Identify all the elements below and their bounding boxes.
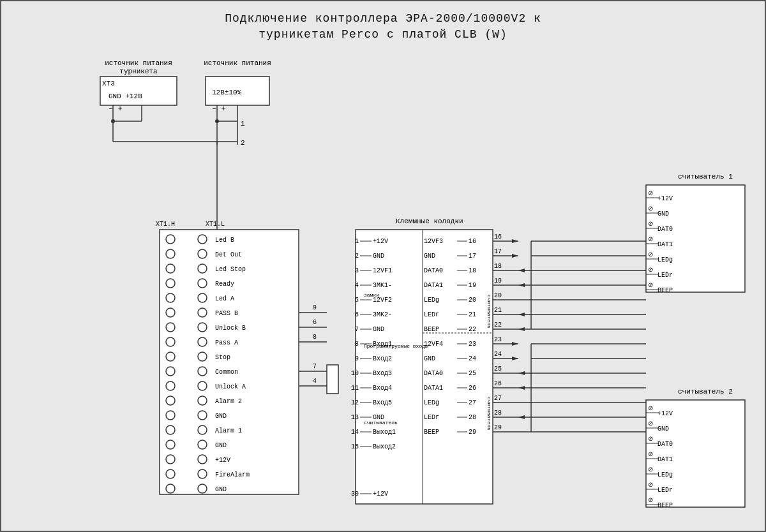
svg-text:считыватель: считыватель	[486, 397, 492, 431]
svg-point-63	[166, 411, 175, 420]
svg-marker-237	[518, 283, 525, 287]
svg-text:26: 26	[469, 385, 476, 392]
svg-point-27	[166, 235, 175, 244]
svg-text:BEEP: BEEP	[424, 326, 439, 333]
svg-text:12В±10%: 12В±10%	[212, 89, 242, 96]
svg-text:6: 6	[355, 311, 359, 318]
svg-text:Вход2: Вход2	[373, 355, 392, 362]
svg-point-60	[166, 396, 175, 405]
svg-text:9: 9	[313, 304, 317, 311]
svg-text:Alarm 1: Alarm 1	[215, 427, 242, 434]
svg-point-75	[166, 469, 175, 478]
svg-text:10: 10	[351, 370, 359, 377]
svg-text:BEEP: BEEP	[657, 287, 673, 294]
svg-text:14: 14	[351, 429, 359, 436]
svg-text:23: 23	[494, 336, 502, 343]
svg-text:16: 16	[494, 233, 502, 240]
svg-text:28: 28	[469, 414, 476, 421]
svg-text:23: 23	[469, 341, 476, 348]
svg-text:27: 27	[494, 395, 502, 402]
svg-text:считыватель 1: считыватель 1	[678, 173, 733, 181]
svg-point-33	[166, 264, 175, 273]
svg-text:GND: GND	[215, 486, 227, 493]
svg-text:⊘: ⊘	[648, 420, 653, 427]
svg-text:12VF2: 12VF2	[373, 297, 392, 304]
svg-point-69	[166, 440, 175, 449]
svg-text:GND  +12В: GND +12В	[109, 92, 142, 100]
svg-text:Det Out: Det Out	[215, 251, 242, 258]
svg-text:LEDr: LEDr	[424, 311, 439, 318]
svg-text:Led Stop: Led Stop	[215, 266, 246, 273]
svg-point-73	[198, 455, 207, 464]
svg-text:XT1.L: XT1.L	[206, 221, 225, 228]
svg-marker-238	[518, 313, 525, 316]
svg-text:LEDg: LEDg	[657, 471, 673, 478]
svg-text:17: 17	[469, 253, 476, 260]
svg-point-66	[166, 425, 175, 434]
main-container: Подключение контроллера ЭРА-2000/10000V2…	[0, 0, 766, 532]
svg-text:29: 29	[469, 429, 476, 436]
svg-point-79	[198, 484, 207, 493]
svg-text:⊘: ⊘	[648, 466, 653, 473]
svg-text:12VF3: 12VF3	[424, 238, 443, 245]
svg-text:20: 20	[494, 292, 502, 299]
svg-text:30: 30	[351, 491, 359, 498]
svg-text:⊘: ⊘	[648, 190, 653, 197]
svg-point-43	[198, 308, 207, 317]
svg-text:15: 15	[351, 443, 359, 450]
svg-marker-235	[512, 254, 518, 258]
svg-text:DAT1: DAT1	[657, 456, 673, 463]
svg-text:Вход3: Вход3	[373, 370, 392, 377]
svg-point-34	[198, 264, 207, 273]
svg-point-42	[166, 308, 175, 317]
svg-text:+12V: +12V	[657, 410, 673, 417]
svg-text:BEEP: BEEP	[657, 502, 673, 509]
svg-text:9: 9	[355, 355, 359, 362]
svg-text:GND: GND	[424, 355, 435, 362]
svg-text:1: 1	[241, 120, 245, 128]
svg-text:LEDg: LEDg	[657, 256, 673, 263]
svg-point-76	[198, 469, 207, 478]
svg-point-54	[166, 367, 175, 376]
svg-text:GND: GND	[215, 413, 227, 420]
svg-point-67	[198, 425, 207, 434]
svg-text:⊘: ⊘	[648, 267, 653, 274]
title-line1: Подключение контроллера ЭРА-2000/10000V2…	[8, 11, 758, 27]
svg-text:8: 8	[355, 341, 359, 348]
svg-text:Выход1: Выход1	[373, 429, 396, 436]
svg-text:Unlock A: Unlock A	[215, 383, 246, 390]
svg-text:4: 4	[313, 378, 317, 385]
svg-text:Pass A: Pass A	[215, 339, 238, 346]
svg-text:DAT1: DAT1	[657, 241, 673, 248]
svg-text:18: 18	[494, 263, 502, 270]
svg-text:DAT0: DAT0	[657, 441, 673, 448]
svg-text:26: 26	[494, 380, 502, 387]
svg-point-55	[198, 367, 207, 376]
svg-text:+12V: +12V	[215, 457, 230, 464]
svg-marker-243	[518, 386, 525, 390]
svg-text:19: 19	[494, 277, 502, 284]
svg-text:20: 20	[469, 297, 476, 304]
svg-text:19: 19	[469, 282, 476, 289]
svg-point-39	[166, 293, 175, 302]
svg-text:⊘: ⊘	[648, 251, 653, 258]
svg-text:1: 1	[355, 238, 359, 245]
svg-text:13: 13	[351, 414, 359, 421]
svg-point-18	[215, 119, 219, 123]
svg-text:Вход4: Вход4	[373, 385, 392, 392]
svg-text:18: 18	[469, 267, 476, 274]
svg-marker-242	[518, 371, 525, 375]
svg-text:DATA1: DATA1	[424, 385, 443, 392]
svg-text:⊘: ⊘	[648, 221, 653, 228]
svg-point-36	[166, 279, 175, 288]
svg-text:16: 16	[469, 238, 476, 245]
svg-text:GND: GND	[424, 253, 435, 260]
svg-point-64	[198, 411, 207, 420]
svg-point-46	[198, 323, 207, 332]
svg-text:12VF1: 12VF1	[373, 267, 392, 274]
svg-marker-244	[518, 415, 525, 419]
svg-text:21: 21	[469, 311, 476, 318]
svg-point-78	[166, 484, 175, 493]
svg-text:3: 3	[355, 267, 359, 274]
svg-text:GND: GND	[373, 326, 384, 333]
